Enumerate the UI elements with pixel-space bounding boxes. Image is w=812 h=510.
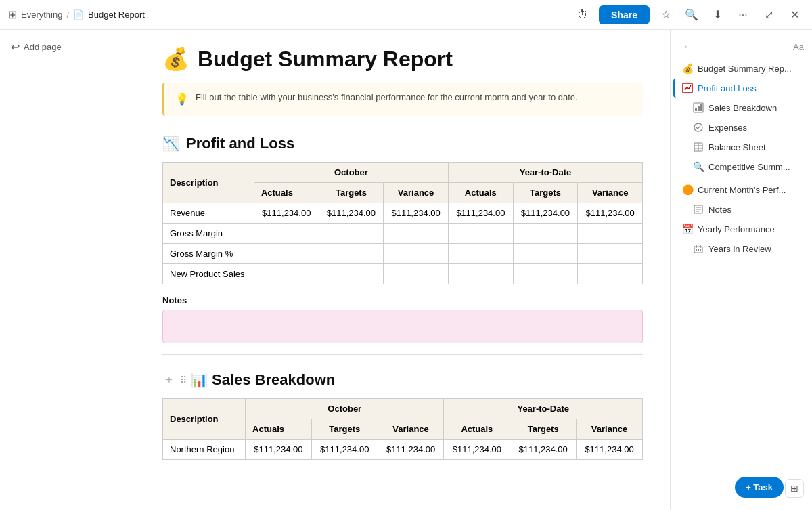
svg-rect-21 [698,249,699,251]
sr-collapse-button[interactable]: → [679,41,690,53]
task-button[interactable]: + Task [735,477,784,498]
sb-row-ytd-actuals[interactable]: $111,234.00 [444,440,510,460]
pl-row-oct-variance[interactable] [384,264,449,284]
pl-row-ytd-actuals[interactable] [448,264,513,284]
main-content: 💰 Budget Summary Report 💡 Fill out the t… [135,30,670,510]
pl-row-oct-targets[interactable]: $111,234.00 [319,203,384,224]
page-title: Budget Summary Report [198,47,453,72]
pl-row-oct-actuals[interactable] [254,244,319,264]
hint-box: 💡 Fill out the table with your business'… [162,83,643,116]
sr-item-notes[interactable]: Notes [673,200,809,219]
pl-row-ytd-variance[interactable] [578,244,643,264]
breadcrumb-sep: / [66,9,69,20]
section2-drag-handle[interactable]: ⠿ [180,375,187,385]
svg-line-1 [685,87,687,90]
add-page-label: Add page [24,42,62,52]
sr-item-budget-summary[interactable]: 💰 Budget Summary Rep... [673,59,809,78]
pl-row-ytd-targets[interactable]: $111,234.00 [513,203,578,224]
pl-row-ytd-variance[interactable] [578,264,643,284]
history-icon[interactable]: ⏱ [573,5,592,24]
search-icon[interactable]: 🔍 [682,5,701,24]
pl-row-oct-targets[interactable] [319,244,384,264]
sb-ytd-header: Year-to-Date [444,399,643,419]
sb-row-oct-actuals[interactable]: $111,234.00 [246,440,312,460]
pl-row-ytd-actuals[interactable]: $111,234.00 [448,203,513,224]
section2-icon: 📊 [191,372,208,388]
sr-current-month-icon: 🟠 [681,184,694,196]
sr-text-size-button[interactable]: Aa [793,42,804,52]
pl-october-header: October [254,163,448,183]
expand-icon[interactable]: ⤢ [759,5,778,24]
sr-years-review-label: Years in Review [708,244,771,254]
sb-ytd-targets-header: Targets [510,419,577,440]
topbar-left: ⊞ Everything / 📄 Budget Report [8,8,573,21]
section2-title: Sales Breakdown [212,371,335,389]
pl-row-label: New Product Sales [163,264,254,284]
more-options-icon[interactable]: ··· [734,5,752,24]
sb-row-ytd-variance[interactable]: $111,234.00 [577,440,643,460]
breadcrumb-root[interactable]: Everything [21,9,62,20]
sb-oct-actuals-header: Actuals [246,419,312,440]
sb-row-oct-targets[interactable]: $111,234.00 [311,440,378,460]
pl-row-ytd-targets[interactable] [513,264,578,284]
sr-item-expenses[interactable]: Expenses [673,118,809,137]
sidebar-right: → Aa 💰 Budget Summary Rep... Profit and … [670,30,812,510]
pl-row-ytd-targets[interactable] [513,224,578,244]
add-page-button[interactable]: ↩ Add page [5,38,129,56]
notes-label: Notes [162,295,643,305]
pl-ytd-variance-header: Variance [578,183,643,203]
pl-row-oct-variance[interactable] [384,224,449,244]
sr-item-current-month[interactable]: 🟠 Current Month's Perf... [673,180,809,199]
pl-row-ytd-targets[interactable] [513,244,578,264]
sr-sales-breakdown-icon [692,102,704,114]
sr-budget-summary-icon: 💰 [681,62,694,75]
pl-desc-header: Description [163,163,254,203]
share-button[interactable]: Share [599,5,650,24]
svg-point-8 [694,123,702,131]
download-icon[interactable]: ⬇ [708,5,727,24]
section2-add-icon[interactable]: + [162,374,176,386]
pl-oct-variance-header: Variance [384,183,449,203]
sb-row-ytd-targets[interactable]: $111,234.00 [510,440,577,460]
pl-row-ytd-actuals[interactable] [448,224,513,244]
notes-input-box[interactable] [162,310,643,343]
star-icon[interactable]: ☆ [656,5,675,24]
profit-loss-table: Description October Year-to-Date Actuals… [162,162,643,284]
pl-row-oct-variance[interactable] [384,244,449,264]
sr-item-yearly[interactable]: 📅 Yearly Performance [673,219,809,238]
sr-current-month-label: Current Month's Perf... [698,185,786,195]
pl-row-oct-variance[interactable]: $111,234.00 [384,203,449,224]
table-row: New Product Sales [163,264,643,284]
sb-october-header: October [246,399,444,419]
close-icon[interactable]: ✕ [785,5,804,24]
pl-oct-targets-header: Targets [319,183,384,203]
sr-competitive-label: Competitive Summ... [708,162,790,172]
pl-row-oct-actuals[interactable]: $111,234.00 [254,203,319,224]
sb-oct-variance-header: Variance [378,419,444,440]
section2-title-row: + ⠿ 📊 Sales Breakdown [162,371,643,389]
sales-breakdown-table: Description October Year-to-Date Actuals… [162,398,643,460]
pl-row-oct-actuals[interactable] [254,224,319,244]
pl-row-oct-targets[interactable] [319,264,384,284]
pl-row-oct-actuals[interactable] [254,264,319,284]
topbar-icons: ⏱ Share ☆ 🔍 ⬇ ··· ⤢ ✕ [573,5,804,24]
layout: ↩ Add page 💰 Budget Summary Report 💡 Fil… [0,30,812,510]
sr-item-sales-breakdown[interactable]: Sales Breakdown [673,98,809,117]
page-title-icon: 💰 [162,46,189,72]
sb-row-oct-variance[interactable]: $111,234.00 [378,440,444,460]
pl-row-ytd-actuals[interactable] [448,244,513,264]
sr-item-profit-loss[interactable]: Profit and Loss [673,79,809,98]
sr-item-balance-sheet[interactable]: Balance Sheet [673,137,809,156]
grid-icon-button[interactable]: ⊞ [785,479,804,498]
sr-expenses-label: Expenses [708,123,747,133]
pl-row-ytd-variance[interactable] [578,224,643,244]
pl-row-oct-targets[interactable] [319,224,384,244]
svg-rect-7 [700,104,702,111]
pl-row-ytd-variance[interactable]: $111,234.00 [578,203,643,224]
hint-text: Fill out the table with your business's … [196,91,578,104]
sr-item-years-review[interactable]: Years in Review [673,239,809,258]
sr-header: → Aa [671,38,812,58]
sr-item-competitive[interactable]: 🔍 Competitive Summ... [673,157,809,176]
sb-row-label: Northern Region [163,440,246,460]
section1-title-row: 📉 Profit and Loss [162,135,643,152]
